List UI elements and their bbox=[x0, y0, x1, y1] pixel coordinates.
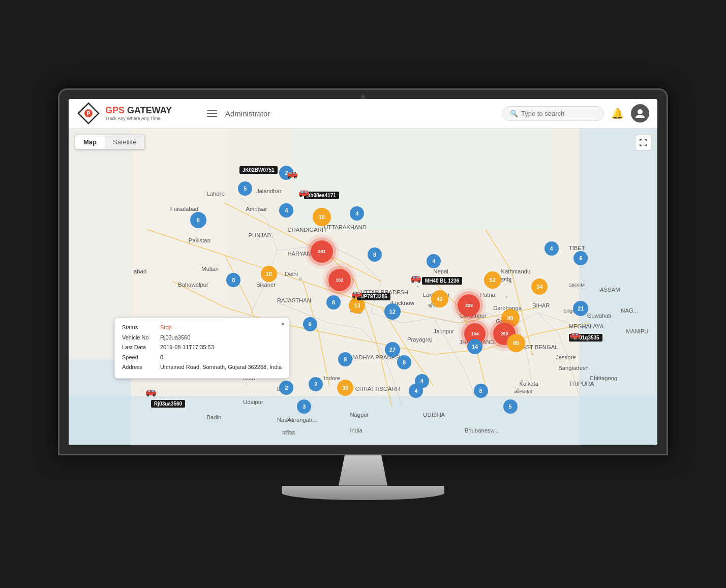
cluster-marker[interactable]: 15 bbox=[313, 208, 331, 226]
cluster-marker[interactable]: 8 bbox=[397, 355, 411, 369]
svg-text:PUNJAB: PUNJAB bbox=[249, 232, 271, 238]
svg-text:Bhubanesw...: Bhubanesw... bbox=[465, 427, 499, 433]
car-icon[interactable] bbox=[569, 332, 581, 342]
svg-rect-116 bbox=[576, 333, 578, 335]
vehicle-tag[interactable]: Rj03ua3560 bbox=[151, 400, 185, 408]
vehicle-label: Vehicle No bbox=[122, 333, 160, 342]
cluster-marker[interactable]: 329 bbox=[458, 294, 480, 317]
svg-point-126 bbox=[147, 395, 148, 396]
svg-point-104 bbox=[418, 281, 419, 282]
vehicle-tag[interactable]: MH40 BL 1236 bbox=[422, 277, 463, 285]
logo-diamond: P bbox=[77, 102, 100, 125]
logo-title: GPS GATEWAY bbox=[105, 106, 172, 115]
cluster-marker[interactable]: 8 bbox=[338, 352, 352, 366]
logo-text: GPS GATEWAY Track Any Where Any Time bbox=[105, 106, 172, 121]
car-icon[interactable] bbox=[298, 190, 310, 199]
svg-text:BIHAR: BIHAR bbox=[532, 302, 550, 308]
svg-text:Delhi: Delhi bbox=[285, 271, 298, 277]
svg-text:Guwahati: Guwahati bbox=[587, 313, 612, 319]
svg-text:Nepal: Nepal bbox=[433, 268, 448, 274]
map-tabs: Map Satellite bbox=[75, 135, 145, 149]
cluster-marker[interactable]: 8 bbox=[190, 212, 206, 228]
speed-value: 0 bbox=[160, 353, 282, 362]
hamburger-button[interactable] bbox=[204, 107, 220, 120]
cluster-marker[interactable]: 2 bbox=[279, 381, 293, 395]
svg-point-14 bbox=[531, 353, 533, 355]
vehicle-info-popup: × Status Stop Vehicle No Rj03ua3560 Last… bbox=[114, 318, 289, 379]
car-icon[interactable] bbox=[287, 171, 298, 180]
svg-text:abad: abad bbox=[134, 268, 146, 274]
cluster-marker[interactable]: 52 bbox=[484, 271, 501, 289]
popup-vehicle-row: Vehicle No Rj03ua3560 bbox=[122, 333, 282, 342]
cluster-marker[interactable]: 95 bbox=[507, 334, 525, 352]
svg-point-86 bbox=[289, 177, 290, 178]
svg-text:ODISHA: ODISHA bbox=[423, 412, 445, 418]
cluster-marker[interactable]: 4 bbox=[427, 254, 441, 268]
cluster-marker[interactable]: 12 bbox=[384, 303, 401, 320]
cluster-marker[interactable]: 9 bbox=[303, 317, 317, 331]
logo-subtitle: Track Any Where Any Time bbox=[105, 116, 172, 121]
app-container: P GPS GATEWAY Track Any Where Any Time bbox=[69, 99, 657, 445]
cluster-marker[interactable]: 162 bbox=[328, 269, 351, 291]
cluster-marker[interactable]: 43 bbox=[431, 290, 448, 307]
cluster-marker[interactable]: 5 bbox=[238, 181, 252, 196]
cluster-marker[interactable]: 8 bbox=[474, 384, 488, 398]
bell-icon[interactable]: 🔔 bbox=[611, 107, 624, 119]
svg-text:कोलकाता: कोलकाता bbox=[513, 388, 532, 394]
cluster-marker[interactable]: 27 bbox=[385, 342, 400, 357]
svg-rect-84 bbox=[293, 172, 295, 174]
svg-text:Prayagraj: Prayagraj bbox=[407, 336, 432, 342]
svg-rect-107 bbox=[354, 292, 356, 294]
logo-area: P GPS GATEWAY Track Any Where Any Time bbox=[77, 102, 199, 125]
svg-rect-99 bbox=[413, 276, 415, 278]
popup-close-button[interactable]: × bbox=[281, 320, 285, 328]
fullscreen-button[interactable] bbox=[635, 135, 651, 151]
cluster-marker[interactable]: 4 bbox=[544, 241, 559, 256]
svg-text:Badin: Badin bbox=[207, 414, 222, 420]
nav-right: 🔍 🔔 bbox=[502, 104, 649, 122]
cluster-marker[interactable]: 8 bbox=[326, 295, 341, 310]
map-container[interactable]: Pakistan Faisalabad Lahore Bahawalpur ab… bbox=[69, 129, 657, 445]
svg-text:Multan: Multan bbox=[201, 266, 219, 272]
hamburger-line-3 bbox=[207, 116, 217, 117]
svg-text:NAG...: NAG... bbox=[621, 307, 638, 314]
search-box[interactable]: 🔍 bbox=[502, 106, 604, 121]
cluster-marker[interactable]: 361 bbox=[311, 240, 333, 263]
cluster-marker[interactable]: 14 bbox=[467, 339, 482, 354]
cluster-marker[interactable]: 10 bbox=[261, 266, 277, 282]
svg-text:Kathmandu: Kathmandu bbox=[501, 268, 531, 274]
car-icon[interactable] bbox=[145, 389, 157, 398]
user-avatar[interactable] bbox=[631, 104, 649, 122]
svg-text:RAJASTHAN: RAJASTHAN bbox=[277, 297, 311, 303]
cluster-marker[interactable]: 2 bbox=[309, 377, 323, 391]
svg-text:ASSAM: ASSAM bbox=[600, 287, 620, 293]
car-icon[interactable] bbox=[351, 291, 362, 300]
car-icon[interactable] bbox=[410, 275, 421, 285]
last-data-value: 2019-08-11T17:35:53 bbox=[160, 343, 282, 352]
cluster-marker[interactable]: 4 bbox=[279, 203, 293, 218]
svg-text:Pakistan: Pakistan bbox=[189, 237, 210, 243]
vehicle-value: Rj03ua3560 bbox=[160, 333, 282, 342]
cluster-marker[interactable]: 4 bbox=[350, 206, 364, 221]
cluster-marker[interactable]: 6 bbox=[573, 251, 588, 265]
cluster-marker[interactable]: 3 bbox=[297, 399, 311, 414]
svg-rect-123 bbox=[148, 390, 150, 392]
vehicle-tag[interactable]: JK02BW0751 bbox=[239, 166, 278, 174]
svg-rect-124 bbox=[152, 390, 154, 392]
last-data-label: Last Data bbox=[122, 343, 160, 352]
tab-map[interactable]: Map bbox=[75, 135, 105, 149]
cluster-marker[interactable]: 5 bbox=[503, 399, 518, 414]
cluster-marker[interactable]: 8 bbox=[226, 273, 240, 287]
tab-satellite[interactable]: Satellite bbox=[105, 135, 144, 149]
cluster-marker[interactable]: 30 bbox=[337, 380, 353, 396]
cluster-marker[interactable]: 4 bbox=[415, 374, 429, 388]
address-value: Unnamed Road, Somnath, Gujarat 362268, I… bbox=[160, 363, 282, 372]
svg-rect-100 bbox=[416, 276, 419, 278]
cluster-marker[interactable]: 8 bbox=[368, 247, 382, 262]
svg-text:Jaunpur: Jaunpur bbox=[433, 328, 454, 334]
cluster-marker[interactable]: 34 bbox=[531, 278, 548, 295]
svg-text:Udaipur: Udaipur bbox=[243, 398, 263, 405]
cluster-marker[interactable]: 21 bbox=[573, 301, 588, 316]
search-input[interactable] bbox=[521, 110, 592, 117]
svg-point-13 bbox=[505, 296, 507, 298]
